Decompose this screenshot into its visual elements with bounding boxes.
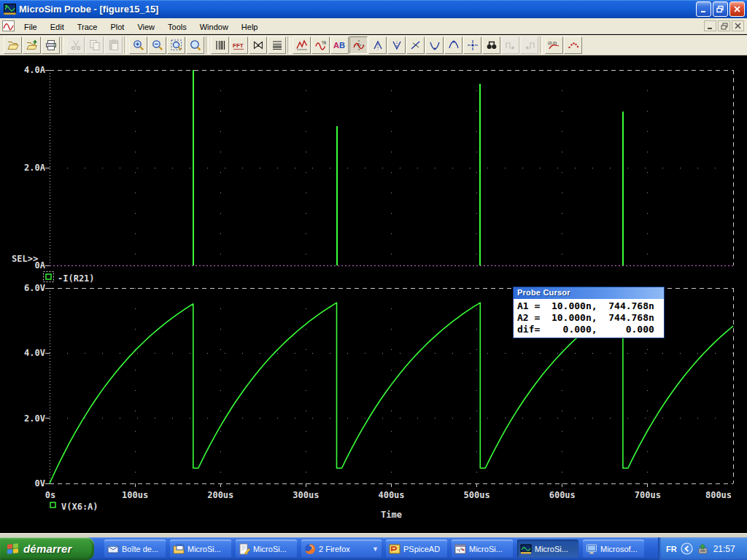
task-button-label: MicroSi... bbox=[187, 545, 221, 553]
cursor-point-button[interactable] bbox=[463, 36, 481, 54]
mdi-close-button[interactable] bbox=[732, 20, 744, 31]
y-tick-label: 0V bbox=[35, 478, 45, 489]
menu-view[interactable]: View bbox=[131, 20, 161, 34]
x-tick-label: 700us bbox=[635, 490, 661, 500]
system-tray: FR 21:57 bbox=[658, 537, 747, 560]
task-button-microsi-[interactable]: MicroSi... bbox=[452, 540, 513, 558]
zoom-in-button[interactable] bbox=[129, 36, 147, 54]
task-button-label: MicroSi... bbox=[469, 545, 503, 553]
menu-help[interactable]: Help bbox=[235, 20, 265, 34]
task-button-microsi-[interactable]: MicroSi... bbox=[236, 540, 297, 558]
task-button-microsi-[interactable]: MicroSi... bbox=[517, 540, 578, 558]
mark-label-button[interactable]: (0,0) bbox=[545, 36, 563, 54]
paste-button bbox=[104, 36, 123, 54]
x-tick-label: 600us bbox=[549, 490, 576, 500]
cursor-max-button[interactable] bbox=[444, 36, 462, 54]
task-button-2-firefox[interactable]: 2 Firefox▼ bbox=[301, 540, 382, 558]
task-button-microsof-[interactable]: Microsof... bbox=[583, 540, 644, 558]
menu-edit[interactable]: Edit bbox=[44, 20, 71, 34]
svg-text:(0,0): (0,0) bbox=[548, 40, 557, 44]
microsim-probe-window: MicroSim Probe - [figure15_15] FileEditT… bbox=[0, 0, 747, 560]
legend-label-current: -I(R21) bbox=[58, 273, 95, 284]
open-append-button[interactable] bbox=[23, 36, 41, 54]
open-button[interactable] bbox=[4, 36, 22, 54]
sel-indicator: SEL>> bbox=[12, 254, 38, 264]
cursor-point-icon bbox=[467, 39, 479, 51]
x-tick-label: 500us bbox=[464, 490, 490, 500]
text-label-button[interactable]: AB bbox=[330, 36, 349, 54]
child-window-icon[interactable] bbox=[2, 20, 15, 31]
copy-button bbox=[85, 36, 104, 54]
scissors-icon bbox=[70, 39, 82, 51]
probe-cursor-titlebar[interactable]: Probe Cursor bbox=[514, 287, 664, 299]
log-x-axis-icon bbox=[214, 39, 226, 51]
plot-client-area: 0A2.0A4.0ASEL>>-I(R21)0V2.0V4.0V6.0V0s10… bbox=[0, 55, 747, 533]
svg-text:B: B bbox=[339, 41, 345, 50]
menu-file[interactable]: File bbox=[18, 20, 44, 34]
copy-icon bbox=[89, 39, 101, 51]
log-y-axis-icon bbox=[271, 39, 283, 51]
menu-trace[interactable]: Trace bbox=[71, 20, 104, 34]
zoom-area-button[interactable] bbox=[167, 36, 185, 54]
eval-goal-function-button[interactable]: % bbox=[311, 36, 330, 54]
legend-label-voltage: V(X6:A) bbox=[61, 502, 98, 512]
cursor-min-button[interactable] bbox=[425, 36, 444, 54]
mdi-restore-button[interactable] bbox=[718, 20, 730, 31]
language-indicator[interactable]: FR bbox=[666, 545, 677, 553]
menu-window[interactable]: Window bbox=[193, 20, 235, 34]
firefox-icon bbox=[304, 543, 316, 555]
probe-cursor-window[interactable]: Probe Cursor A1 = 10.000n, 744.768nA2 = … bbox=[513, 287, 665, 338]
x-tick-label: 0s bbox=[45, 490, 55, 500]
x-tick-label: 100us bbox=[122, 490, 148, 500]
task-button-pspicead[interactable]: PSpiceAD bbox=[386, 540, 447, 558]
notepad-icon bbox=[239, 543, 250, 555]
task-button-label: 2 Firefox bbox=[319, 545, 350, 553]
legend-marker-current[interactable] bbox=[46, 274, 51, 279]
zoom-fit-icon bbox=[190, 39, 201, 51]
minimize-button[interactable] bbox=[696, 1, 711, 17]
add-trace-icon bbox=[296, 39, 308, 51]
zoom-out-icon bbox=[152, 39, 163, 51]
probe-cursor-row: A1 = 10.000n, 744.768n bbox=[517, 300, 661, 312]
paste-icon bbox=[108, 39, 120, 51]
x-axis-log-button[interactable] bbox=[211, 36, 229, 54]
cursor-search-button[interactable] bbox=[482, 36, 500, 54]
restore-button[interactable] bbox=[713, 1, 728, 17]
prev-transition-icon bbox=[524, 39, 535, 51]
y-tick-label: 2.0A bbox=[24, 163, 46, 173]
mdi-minimize-button[interactable] bbox=[704, 20, 716, 31]
zoom-fit-button[interactable] bbox=[186, 36, 204, 54]
origin-label-icon: (0,0) bbox=[548, 39, 560, 51]
legend-marker-voltage[interactable] bbox=[50, 502, 55, 508]
task-button-microsi-[interactable]: MicroSi... bbox=[170, 540, 231, 558]
fourier-button[interactable]: FFT bbox=[230, 36, 248, 54]
x-tick-label: 400us bbox=[378, 490, 404, 500]
start-button[interactable]: démarrer bbox=[0, 537, 94, 560]
fft-icon: FFT bbox=[233, 39, 245, 51]
svg-text:%: % bbox=[322, 40, 326, 45]
toggle-cursor-button[interactable] bbox=[349, 36, 368, 54]
y-tick-label: 4.0A bbox=[24, 65, 46, 75]
menu-tools[interactable]: Tools bbox=[161, 20, 193, 34]
task-button-bo-te-de-[interactable]: Boîte de... bbox=[104, 540, 166, 558]
mark-data-points-button[interactable] bbox=[564, 36, 582, 54]
taskbar-clock[interactable]: 21:57 bbox=[713, 544, 735, 554]
cursor-slope-button[interactable] bbox=[406, 36, 425, 54]
y-axis-log-button[interactable] bbox=[268, 36, 286, 54]
task-group-dropdown-icon[interactable]: ▼ bbox=[372, 545, 379, 553]
cursor-slope-icon bbox=[410, 39, 422, 51]
cursor-peak-button[interactable] bbox=[368, 36, 387, 54]
performance-analysis-button[interactable] bbox=[249, 36, 267, 54]
taskbar: démarrer Boîte de...MicroSi...MicroSi...… bbox=[0, 537, 747, 560]
menu-plot[interactable]: Plot bbox=[104, 20, 131, 34]
cursor-trough-button[interactable] bbox=[387, 36, 406, 54]
safely-remove-hardware-icon[interactable] bbox=[697, 543, 708, 555]
pspice-icon bbox=[389, 543, 400, 555]
add-trace-button[interactable] bbox=[293, 36, 311, 54]
zoom-out-button[interactable] bbox=[148, 36, 166, 54]
tray-collapse-chevron-icon[interactable] bbox=[681, 542, 693, 555]
x-tick-label: 800us bbox=[705, 490, 732, 500]
print-button[interactable] bbox=[42, 36, 60, 54]
close-button[interactable] bbox=[729, 1, 745, 17]
bowtie-icon bbox=[252, 39, 264, 51]
